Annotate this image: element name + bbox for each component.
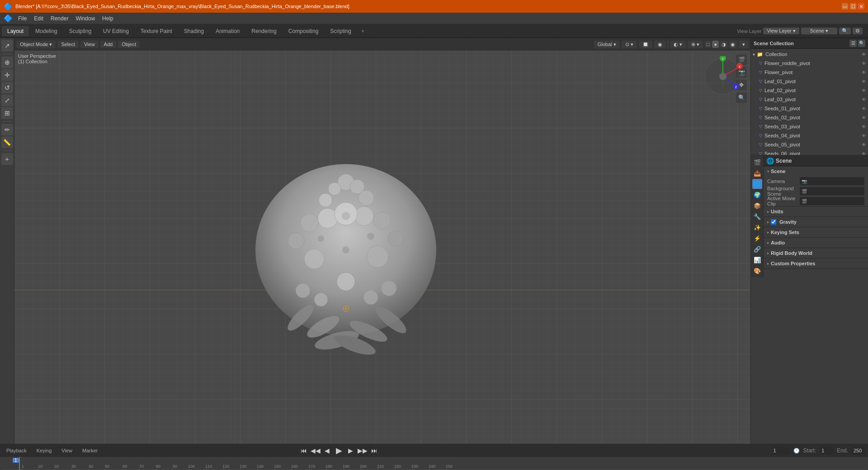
- step-back-button[interactable]: ◀: [322, 446, 332, 456]
- menu-render[interactable]: Render: [47, 14, 72, 23]
- outliner-item-8[interactable]: ▽ Seeds_04_pivot 👁: [751, 131, 868, 140]
- play-button[interactable]: ▶: [334, 446, 344, 456]
- tab-layout[interactable]: Layout: [2, 26, 29, 36]
- timeline-ruler[interactable]: 1 1 10 20 30 40 50 60 70 80 90 100 110 1…: [0, 457, 868, 470]
- viewport-object-button[interactable]: Object: [118, 41, 140, 48]
- outliner-item-4[interactable]: ▽ Leaf_03_pivot 👁: [751, 95, 868, 104]
- outliner-item-vis-2[interactable]: 👁: [862, 79, 866, 84]
- jump-start-button[interactable]: ⏮: [299, 446, 309, 456]
- viewport-select-button[interactable]: Select: [57, 41, 79, 48]
- tool-select[interactable]: ↗: [1, 40, 13, 52]
- background-scene-value[interactable]: 🎬: [800, 187, 864, 195]
- tab-view[interactable]: View: [58, 447, 76, 454]
- viewport-pivot-button[interactable]: ⊙ ▾: [622, 41, 637, 48]
- title-bar-controls[interactable]: — ☐ ✕: [842, 3, 864, 9]
- scene-dropdown[interactable]: Scene ▾: [801, 28, 837, 34]
- tool-annotate[interactable]: ✏: [1, 124, 13, 136]
- menu-edit[interactable]: Edit: [30, 14, 47, 23]
- scene-section-header[interactable]: ▾ Scene: [764, 166, 868, 176]
- menu-window[interactable]: Window: [72, 14, 99, 23]
- tool-measure[interactable]: 📏: [1, 136, 13, 148]
- menu-help[interactable]: Help: [99, 14, 117, 23]
- outliner-item-vis-3[interactable]: 👁: [862, 88, 866, 93]
- jump-next-keyframe-button[interactable]: ▶▶: [358, 446, 368, 456]
- end-frame-input[interactable]: 250: [852, 446, 865, 455]
- view-layer-dropdown[interactable]: View Layer ▾: [763, 28, 799, 34]
- outliner-item-vis-1[interactable]: 👁: [862, 70, 866, 75]
- viewport-overlay-button[interactable]: ◐ ▾: [670, 41, 686, 48]
- props-icon-output[interactable]: 📤: [752, 168, 762, 178]
- outliner-item-vis-10[interactable]: 👁: [862, 151, 866, 156]
- props-icon-world[interactable]: 🌍: [752, 190, 762, 200]
- outliner-item-root[interactable]: ▾ 📁 Collection 👁: [751, 50, 868, 59]
- viewport-global-button[interactable]: Global ▾: [594, 41, 620, 48]
- tab-uv-editing[interactable]: UV Editing: [98, 26, 134, 36]
- outliner-item-7[interactable]: ▽ Seeds_03_pivot 👁: [751, 122, 868, 131]
- custom-props-section-header[interactable]: ▸ Custom Properties: [764, 258, 868, 268]
- menu-file[interactable]: File: [14, 14, 30, 23]
- audio-section-header[interactable]: ▸ Audio: [764, 238, 868, 248]
- outliner-item-10[interactable]: ▽ Seeds_06_pivot 👁: [751, 149, 868, 155]
- viewport-gizmo-button[interactable]: ⊕ ▾: [688, 41, 703, 48]
- camera-value[interactable]: 📷: [800, 177, 864, 185]
- tool-add[interactable]: +: [1, 153, 13, 165]
- outliner-item-5[interactable]: ▽ Seeds_01_pivot 👁: [751, 104, 868, 113]
- outliner-item-9[interactable]: ▽ Seeds_05_pivot 👁: [751, 140, 868, 149]
- tool-cursor[interactable]: ⊕: [1, 56, 13, 68]
- tab-modeling[interactable]: Modeling: [30, 26, 63, 36]
- shading-options[interactable]: ▾: [739, 41, 749, 48]
- outliner-filter-icon[interactable]: ☰: [849, 40, 857, 47]
- engine-dropdown[interactable]: 🔍: [839, 28, 851, 34]
- gravity-checkbox[interactable]: [771, 219, 776, 225]
- shading-render[interactable]: ◉: [729, 41, 737, 48]
- tab-compositing[interactable]: Compositing: [283, 26, 324, 36]
- navigation-gizmo[interactable]: X Y Z: [703, 56, 743, 97]
- minimize-button[interactable]: —: [842, 3, 848, 9]
- outliner-item-3[interactable]: ▽ Leaf_02_pivot 👁: [751, 86, 868, 95]
- props-icon-object[interactable]: 📦: [752, 201, 762, 211]
- add-workspace-button[interactable]: +: [358, 26, 368, 36]
- viewport-snap-button[interactable]: 🔲: [639, 41, 652, 48]
- props-icon-scene[interactable]: 🌐: [752, 179, 762, 189]
- viewport-add-button[interactable]: Add: [100, 41, 117, 48]
- outliner-item-0[interactable]: ▽ Flower_middle_pivot 👁: [751, 59, 868, 68]
- outliner-item-2[interactable]: ▽ Leaf_01_pivot 👁: [751, 77, 868, 86]
- active-movie-clip-value[interactable]: 🎬: [800, 197, 864, 205]
- viewport-proportional-button[interactable]: ◉: [654, 41, 666, 48]
- outliner-item-vis-5[interactable]: 👁: [862, 106, 866, 111]
- tab-animation[interactable]: Animation: [210, 26, 245, 36]
- viewport-view-button[interactable]: View: [80, 41, 99, 48]
- start-frame-input[interactable]: 1: [820, 446, 833, 455]
- shading-wireframe[interactable]: □: [705, 41, 712, 48]
- outliner-item-vis-7[interactable]: 👁: [862, 124, 866, 129]
- tool-move[interactable]: ✛: [1, 69, 13, 81]
- render-engine-selector[interactable]: ⚙: [853, 28, 863, 34]
- 3d-viewport[interactable]: Object Mode ▾ Select View Add Object Glo…: [14, 38, 750, 444]
- props-icon-render[interactable]: 🎬: [752, 157, 762, 167]
- tab-marker[interactable]: Marker: [79, 447, 101, 454]
- step-forward-button[interactable]: ▶: [346, 446, 356, 456]
- tab-playback[interactable]: Playback: [3, 447, 30, 454]
- tool-rotate[interactable]: ↺: [1, 82, 13, 94]
- tab-scripting[interactable]: Scripting: [325, 26, 357, 36]
- rigid-body-world-section-header[interactable]: ▸ Rigid Body World: [764, 248, 868, 258]
- tab-rendering[interactable]: Rendering: [246, 26, 282, 36]
- object-mode-button[interactable]: Object Mode ▾: [16, 41, 56, 48]
- tool-scale[interactable]: ⤢: [1, 94, 13, 106]
- outliner-item-6[interactable]: ▽ Seeds_02_pivot 👁: [751, 113, 868, 122]
- outliner-item-vis-0[interactable]: 👁: [862, 61, 866, 66]
- menu-blender[interactable]: 🔷: [2, 13, 14, 24]
- props-icon-data[interactable]: 📊: [752, 255, 762, 265]
- outliner-item-vis-4[interactable]: 👁: [862, 97, 866, 102]
- outliner-item-vis-6[interactable]: 👁: [862, 115, 866, 120]
- tool-transform[interactable]: ⊞: [1, 107, 13, 119]
- shading-solid[interactable]: ●: [712, 41, 719, 48]
- jump-end-button[interactable]: ⏭: [369, 446, 379, 456]
- maximize-button[interactable]: ☐: [850, 3, 856, 9]
- tab-shading[interactable]: Shading: [179, 26, 209, 36]
- tab-texture-paint[interactable]: Texture Paint: [135, 26, 178, 36]
- current-frame-display[interactable]: 1: [772, 446, 790, 455]
- outliner-item-1[interactable]: ▽ Flower_pivot 👁: [751, 68, 868, 77]
- jump-prev-keyframe-button[interactable]: ◀◀: [311, 446, 321, 456]
- outliner-search-icon[interactable]: 🔍: [858, 40, 865, 47]
